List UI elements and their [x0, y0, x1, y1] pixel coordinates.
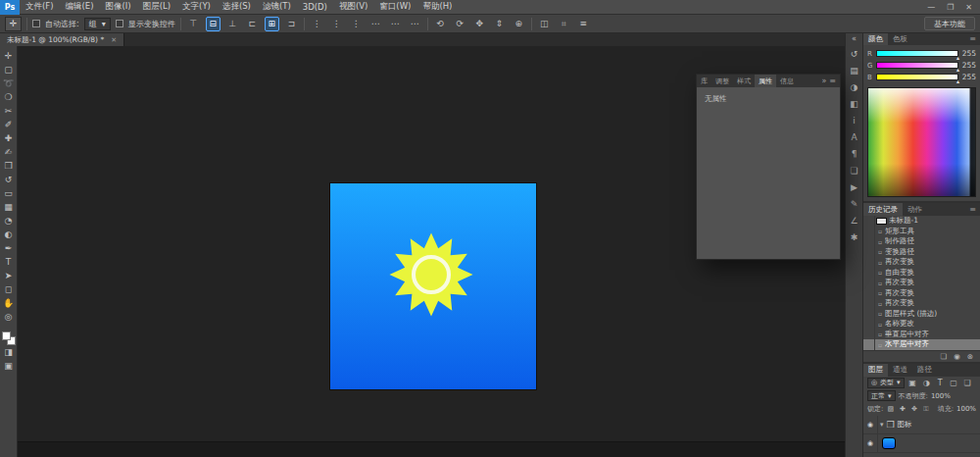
auto-select-checkbox[interactable]	[32, 20, 40, 27]
blue-channel-slider[interactable]: ▴	[876, 74, 958, 80]
collapse-panel-icon[interactable]: »	[821, 76, 826, 85]
slider-thumb-icon[interactable]: ▴	[956, 54, 959, 61]
history-state[interactable]: ▫垂直居中对齐	[863, 330, 980, 340]
history-state-selected[interactable]: ▫水平居中对齐	[863, 339, 980, 350]
panel-menu-icon[interactable]: ≡	[965, 203, 980, 216]
tab-channels[interactable]: 通道	[888, 364, 912, 377]
scale-3d-object-icon[interactable]: ⊕	[512, 17, 526, 31]
opacity-value[interactable]: 100%	[931, 392, 951, 400]
history-source-cell[interactable]	[863, 309, 875, 320]
history-icon[interactable]: ↺	[847, 46, 862, 61]
history-state[interactable]: ▫再次变换	[863, 298, 980, 309]
tab-actions[interactable]: 动作	[903, 203, 927, 216]
eyedropper-tool[interactable]: ✐	[1, 118, 17, 131]
rectangular-marquee-tool[interactable]: ▢	[1, 63, 17, 76]
slider-thumb-icon[interactable]: ▴	[956, 66, 959, 73]
lock-position-icon[interactable]: ✥	[909, 405, 918, 413]
foreground-background-swatches[interactable]	[2, 331, 16, 345]
fill-value[interactable]: 100%	[956, 405, 976, 413]
move-tool[interactable]: ✛	[1, 49, 17, 63]
lock-transparent-pixels-icon[interactable]: ▨	[886, 405, 895, 413]
history-state[interactable]: ▫变换路径	[863, 247, 980, 258]
gradient-tool[interactable]: ▦	[1, 200, 17, 214]
distribute-top-edges-icon[interactable]: ⋮	[310, 17, 324, 31]
filter-smart-objects-icon[interactable]: ❏	[962, 379, 973, 387]
panel-menu-icon[interactable]: ≡	[965, 32, 980, 45]
history-source-cell[interactable]	[863, 257, 875, 268]
menu-help[interactable]: 帮助(H)	[416, 0, 458, 15]
history-brush-tool[interactable]: ↺	[1, 173, 17, 186]
path-selection-tool[interactable]: ➤	[1, 269, 17, 282]
history-state[interactable]: ▫矩形工具	[863, 227, 980, 237]
crop-tool[interactable]: ✂	[1, 104, 17, 118]
menu-file[interactable]: 文件(F)	[20, 0, 60, 15]
visibility-eye-icon[interactable]: ◉	[863, 416, 878, 433]
restore-button[interactable]: ❐	[947, 3, 954, 12]
filter-pixel-layers-icon[interactable]: ▣	[907, 379, 918, 387]
menu-edit[interactable]: 编辑(E)	[60, 0, 100, 15]
history-source-cell[interactable]	[863, 330, 875, 340]
quick-mask-button[interactable]: ◨	[1, 345, 17, 359]
zoom-tool[interactable]: ◎	[1, 310, 17, 324]
history-source-cell[interactable]	[863, 278, 875, 288]
adjustments-icon[interactable]: ◑	[847, 79, 862, 94]
clone-source-icon[interactable]: ❏	[847, 163, 862, 178]
history-source-cell[interactable]	[863, 319, 875, 330]
auto-select-dropdown[interactable]: 组 ▾	[84, 18, 111, 30]
slider-thumb-icon[interactable]: ▴	[956, 77, 959, 84]
history-source-cell[interactable]	[863, 339, 875, 350]
filter-type-layers-icon[interactable]: T	[935, 379, 946, 387]
align-bottom-edges-icon[interactable]: ⊥	[225, 17, 240, 31]
layer-thumbnail[interactable]	[882, 437, 896, 449]
paragraph-icon[interactable]: ¶	[847, 146, 862, 161]
history-state[interactable]: ▫再次变换	[863, 278, 980, 288]
hand-tool[interactable]: ✋	[1, 296, 17, 310]
options-extra-icon-1[interactable]: ◫	[537, 17, 552, 31]
workspace-switcher-button[interactable]: 基本功能	[924, 17, 975, 30]
history-source-cell[interactable]	[863, 268, 875, 279]
distribute-vertical-centers-icon[interactable]: ⋮	[329, 17, 344, 31]
menu-image[interactable]: 图像(I)	[100, 0, 137, 15]
blue-channel-value[interactable]: 255	[960, 73, 976, 81]
align-vertical-centers-icon[interactable]: ⊟	[206, 17, 220, 31]
red-channel-slider[interactable]: ▴	[876, 50, 958, 57]
new-snapshot-icon[interactable]: ◉	[954, 352, 960, 361]
roll-3d-object-icon[interactable]: ⟳	[453, 17, 467, 31]
delete-state-icon[interactable]: ⊗	[967, 352, 973, 361]
history-source-cell[interactable]	[863, 227, 875, 237]
slide-3d-object-icon[interactable]: ⇕	[492, 17, 507, 31]
lock-all-icon[interactable]: ⚿	[921, 405, 930, 413]
layer-filter-dropdown[interactable]: ◎ 类型 ▾	[867, 378, 905, 388]
horizontal-type-tool[interactable]: T	[1, 255, 17, 269]
quick-selection-tool[interactable]: ❍	[1, 90, 17, 104]
notes-icon[interactable]: ✎	[847, 196, 862, 211]
layer-group-name[interactable]: 图标	[898, 420, 912, 430]
history-source-cell[interactable]	[863, 298, 875, 309]
current-tool-icon[interactable]: ✛	[5, 17, 22, 31]
clone-stamp-tool[interactable]: ❒	[1, 159, 17, 173]
blue-square-artwork[interactable]	[330, 183, 536, 389]
menu-layer[interactable]: 图层(L)	[137, 0, 176, 15]
history-source-cell[interactable]	[863, 236, 875, 247]
history-source-cell[interactable]	[863, 247, 875, 258]
tab-adjustments[interactable]: 调整	[711, 75, 733, 87]
history-source-cell[interactable]	[863, 216, 875, 227]
history-state[interactable]: ▫再次变换	[863, 257, 980, 268]
close-button[interactable]: ✕	[965, 3, 972, 12]
align-top-edges-icon[interactable]: ⊤	[186, 17, 201, 31]
layer-group-row[interactable]: ◉ ▾ ❒ 图标	[863, 416, 980, 434]
red-channel-value[interactable]: 255	[960, 49, 976, 58]
tab-info[interactable]: 信息	[776, 75, 798, 87]
document-tab[interactable]: 未标题-1 @ 100%(RGB/8) * ✕	[0, 33, 124, 46]
character-icon[interactable]: A	[847, 129, 862, 144]
distribute-right-edges-icon[interactable]: ⋯	[408, 17, 422, 31]
tab-swatches[interactable]: 色板	[888, 32, 912, 45]
distribute-bottom-edges-icon[interactable]: ⋮	[349, 17, 364, 31]
tab-close-icon[interactable]: ✕	[111, 36, 117, 44]
tab-properties[interactable]: 属性	[755, 75, 776, 87]
rectangle-tool[interactable]: ◻	[1, 282, 17, 296]
distribute-left-edges-icon[interactable]: ⋯	[368, 17, 383, 31]
swatches-icon[interactable]: ▤	[847, 63, 862, 77]
align-right-edges-icon[interactable]: ⊐	[284, 17, 299, 31]
tool-presets-icon[interactable]: ✱	[847, 229, 862, 244]
